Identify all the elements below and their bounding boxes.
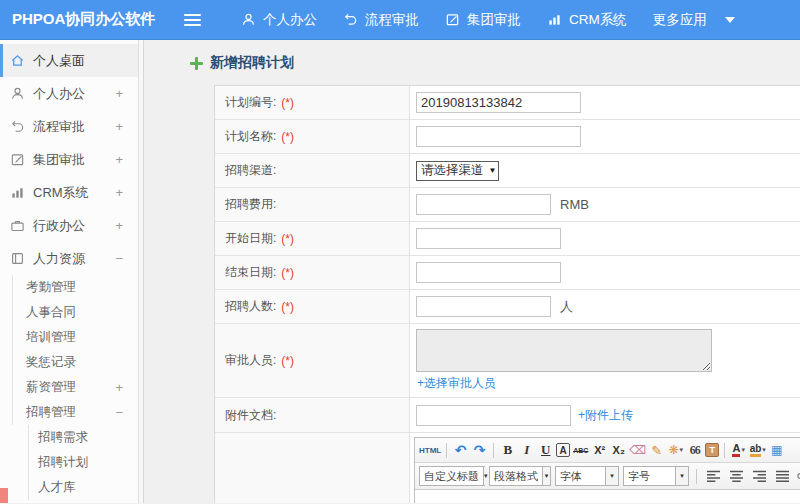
expand-icon[interactable]: + [115, 152, 123, 167]
highlight-color-button[interactable]: ab▾ [749, 441, 766, 459]
font-color-button[interactable]: A▾ [730, 441, 747, 459]
insert-media-icon[interactable]: ▦ [768, 441, 785, 459]
recruitment-plan-form: 计划编号: (*) 计划名称: (*) 招聘渠道: [214, 85, 800, 503]
form-row-plan-name: 计划名称: (*) [215, 120, 800, 154]
sidebar-item-recruitment-demand[interactable]: 招聘需求 [28, 425, 138, 450]
sidebar-item-talent-pool[interactable]: 人才库 [28, 475, 138, 500]
attachment-upload-link[interactable]: +附件上传 [578, 407, 633, 424]
page-title-row: 新增招聘计划 [190, 54, 800, 72]
required-marker: (*) [281, 266, 294, 280]
form-row-plan-number: 计划编号: (*) [215, 86, 800, 120]
channel-select[interactable]: 请选择渠道 ▼ [416, 161, 499, 181]
align-center-icon[interactable] [727, 467, 746, 485]
underline-button[interactable]: U [537, 441, 554, 459]
top-navbar: PHPOA协同办公软件 个人办公 流程审批 集团审批 CRM系统 更多应用 [0, 0, 800, 40]
superscript-button[interactable]: X² [591, 441, 608, 459]
strikethrough-button[interactable]: ABC [572, 441, 589, 459]
nav-crm-system[interactable]: CRM系统 [534, 11, 640, 29]
font-size-select[interactable]: 字号 ▾ [623, 466, 689, 486]
chart-icon [547, 12, 562, 27]
currency-suffix: RMB [560, 197, 589, 212]
menu-toggle-button[interactable] [184, 14, 204, 26]
unit-suffix: 人 [560, 298, 573, 316]
sidebar-item-crm-system[interactable]: CRM系统 + [0, 176, 138, 209]
expand-icon[interactable]: + [115, 380, 123, 395]
sidebar-item-process-approval[interactable]: 流程审批 + [0, 110, 138, 143]
blockquote-button[interactable]: 66 [686, 441, 703, 459]
caret-down-icon: ▾ [679, 446, 683, 454]
sidebar-item-personal-office[interactable]: 个人办公 + [0, 77, 138, 110]
approvers-textarea[interactable] [416, 329, 712, 372]
paste-text-icon[interactable]: T [705, 443, 719, 457]
plus-icon [190, 57, 203, 70]
char-border-button[interactable]: A [556, 443, 570, 457]
align-left-icon[interactable] [704, 467, 723, 485]
sidebar-item-hr-contracts[interactable]: 人事合同 [12, 300, 138, 325]
main-content: 新增招聘计划 计划编号: (*) 计划名称: (*) [144, 40, 800, 503]
eraser-icon[interactable]: ⌫ [629, 441, 646, 459]
undo-icon[interactable]: ↶ [452, 441, 469, 459]
autotypeset-icon[interactable]: ❋▾ [667, 441, 684, 459]
sidebar-item-recruitment-mgmt[interactable]: 招聘管理 − [12, 400, 138, 425]
nav-group-approval[interactable]: 集团审批 [432, 11, 534, 29]
form-row-start-date: 开始日期: (*) [215, 222, 800, 256]
sidebar-item-training[interactable]: 培训管理 [12, 325, 138, 350]
sidebar-item-salary[interactable]: 薪资管理 + [12, 375, 138, 400]
bold-button[interactable]: B [499, 441, 516, 459]
headcount-input[interactable] [416, 296, 551, 317]
sidebar-item-recruitment-plan[interactable]: 招聘计划 [28, 450, 138, 475]
expand-icon[interactable]: + [115, 86, 123, 101]
field-label: 附件文档: [225, 407, 276, 424]
nav-personal-office[interactable]: 个人办公 [228, 11, 330, 29]
caret-down-icon: ▼ [489, 166, 497, 175]
collapse-icon[interactable]: − [115, 251, 123, 266]
field-label: 结束日期: [225, 264, 276, 281]
font-family-select[interactable]: 字体 ▾ [555, 466, 619, 486]
top-nav-menu: 个人办公 流程审批 集团审批 CRM系统 更多应用 [228, 11, 748, 29]
choose-approvers-link[interactable]: +选择审批人员 [417, 375, 496, 392]
sidebar-item-group-approval[interactable]: 集团审批 + [0, 143, 138, 176]
editor-toolbar-row2: 自定义标题 ▾ 段落格式 ▾ 字体 ▾ [415, 463, 800, 490]
sidebar-item-personal-desktop[interactable]: 个人桌面 [0, 44, 138, 77]
expand-icon[interactable]: + [115, 185, 123, 200]
redo-icon[interactable]: ↷ [471, 441, 488, 459]
briefcase-icon [10, 218, 25, 233]
toolbar-separator [493, 443, 494, 458]
plan-number-input[interactable] [416, 92, 581, 113]
nav-more-apps[interactable]: 更多应用 [640, 11, 748, 29]
italic-button[interactable]: I [518, 441, 535, 459]
required-marker: (*) [281, 300, 294, 314]
sidebar-item-human-resources[interactable]: 人力资源 − [0, 242, 138, 275]
home-icon [10, 53, 25, 68]
sidebar-item-attendance[interactable]: 考勤管理 [12, 275, 138, 300]
nav-process-approval[interactable]: 流程审批 [330, 11, 432, 29]
align-right-icon[interactable] [750, 467, 769, 485]
form-row-editor: HTML ↶ ↷ B I U A ABC X² X₂ ⌫ [215, 433, 800, 503]
html-source-button[interactable]: HTML [419, 441, 441, 459]
format-brush-icon[interactable]: ✎ [648, 441, 665, 459]
caret-down-icon: ▾ [542, 467, 550, 485]
hamburger-icon [184, 14, 201, 16]
editor-content-area[interactable] [415, 490, 800, 503]
paragraph-format-select[interactable]: 段落格式 ▾ [489, 466, 551, 486]
sidebar-item-admin-office[interactable]: 行政办公 + [0, 209, 138, 242]
expand-icon[interactable]: + [115, 218, 123, 233]
attachment-input[interactable] [416, 405, 571, 426]
cost-input[interactable] [416, 194, 551, 215]
collapse-icon[interactable]: − [115, 405, 123, 420]
custom-title-select[interactable]: 自定义标题 ▾ [419, 466, 485, 486]
subscript-button[interactable]: X₂ [610, 441, 627, 459]
toolbar-separator [696, 469, 697, 484]
process-icon [10, 119, 25, 134]
sidebar-item-rewards[interactable]: 奖惩记录 [12, 350, 138, 375]
end-date-input[interactable] [416, 262, 561, 283]
link-icon[interactable] [796, 467, 800, 485]
plan-name-input[interactable] [416, 126, 581, 147]
form-row-channel: 招聘渠道: 请选择渠道 ▼ [215, 154, 800, 188]
expand-icon[interactable]: + [115, 119, 123, 134]
page-title: 新增招聘计划 [210, 54, 294, 72]
align-justify-icon[interactable] [773, 467, 792, 485]
start-date-input[interactable] [416, 228, 561, 249]
field-label: 招聘费用: [225, 196, 276, 213]
field-label: 开始日期: [225, 230, 276, 247]
